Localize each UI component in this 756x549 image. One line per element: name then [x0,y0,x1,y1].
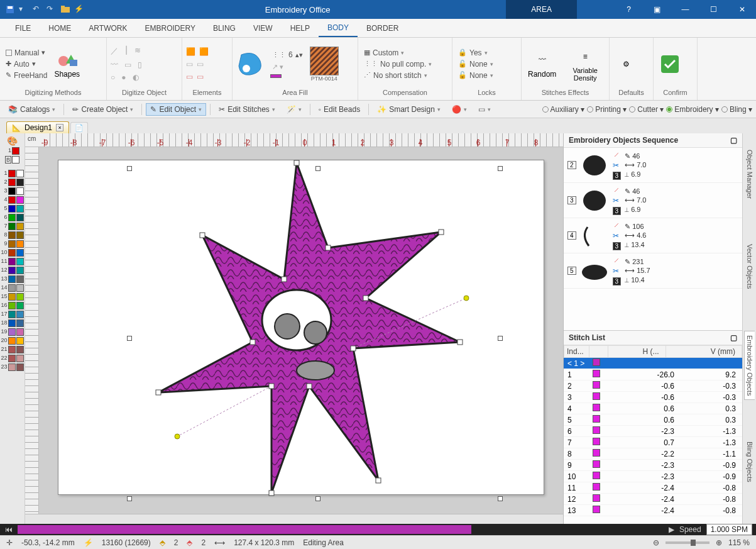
lock-yes[interactable]: 🔒 Yes [456,48,495,58]
stitch-row[interactable]: 8-2.2-1.1 [564,448,742,460]
pattern-preview[interactable] [310,47,339,75]
sequence-item[interactable]: 2⟋✂3✎ 46⟷ 7.0⟂ 6.9 [564,148,742,183]
speed-value[interactable]: 1.000 SPM [706,524,752,535]
menu-tab-file[interactable]: FILE [6,19,40,37]
sequence-list[interactable]: 2⟋✂3✎ 46⟷ 7.0⟂ 6.93⟋✂3✎ 46⟷ 7.0⟂ 6.94⟋✂3… [564,148,742,330]
menu-tab-body[interactable]: BODY [319,19,358,37]
stitch-row[interactable]: 9-2.3-0.9 [564,460,742,471]
edit-object-button[interactable]: ✎ Edit Object [146,103,206,116]
palette-row[interactable]: 15 [1,293,24,301]
palette-row[interactable]: 22 [1,355,24,362]
elem3-icon[interactable]: ▭ [186,60,193,69]
sequence-item[interactable]: 3⟋✂3✎ 46⟷ 7.0⟂ 6.9 [564,183,742,218]
smart-design-button[interactable]: ✨ Smart Design [373,103,445,116]
horizontal-scrollbar[interactable] [25,514,563,524]
elem1-icon[interactable]: 🟧 [186,47,195,56]
palette-row[interactable]: 11 [1,258,24,265]
side-tab[interactable]: Embroidery Objects [744,331,755,401]
column-icon[interactable]: ⎮ [124,46,128,57]
redo-icon[interactable]: ↷ [47,4,57,14]
confirm-button[interactable] [657,53,682,75]
side-tab[interactable]: Vector Objects [745,240,755,293]
aux-toggle[interactable]: Auxiliary ▾ [542,105,585,114]
menu-tab-view[interactable]: VIEW [244,19,282,37]
palette-row[interactable]: 14 [1,284,24,292]
minimize-button[interactable]: — [671,0,699,19]
embroidery-object-star[interactable] [114,153,479,506]
menu-tab-home[interactable]: HOME [40,19,80,37]
fill-preview[interactable] [236,50,265,79]
zoom-in-icon[interactable]: ⊕ [716,538,722,547]
save-icon[interactable] [5,4,15,14]
palette-row[interactable]: 1 [1,170,24,177]
selection-handle[interactable] [498,166,503,171]
pull-dropdown[interactable]: ⋮⋮ No pull comp. [362,59,434,69]
shapes-button[interactable]: Shapes [52,48,82,80]
stitch-row[interactable]: 70.7-1.3 [564,437,742,448]
side-tab[interactable]: Object Manager [745,146,755,202]
palette-row[interactable]: 17 [1,311,24,318]
stitch-row[interactable]: 2-0.6-0.3 [564,380,742,392]
new-tab-button[interactable]: 📄 [70,122,88,133]
stitch-row[interactable]: 3-0.6-0.3 [564,392,742,403]
menu-tab-bling[interactable]: BLING [204,19,244,37]
edit-stitches-button[interactable]: ✂ Edit Stitches [214,103,280,116]
path-icon[interactable]: ／ [111,46,118,57]
edit-beads-button[interactable]: ◦ Edit Beads [314,103,364,116]
palette-icon[interactable]: 🎨 [7,136,18,146]
context-tab[interactable]: AREA [506,0,577,19]
elem6-icon[interactable]: ▭ [197,72,204,81]
random-button[interactable]: 〰Random [525,48,559,80]
canvas[interactable] [39,147,563,514]
stitch-row[interactable]: < 1 > [564,358,742,369]
defaults-button[interactable]: ⚙ [613,53,638,75]
side-tab[interactable]: Bling Objects [745,438,755,486]
stitch-table-body[interactable]: < 1 >1-26.09.22-0.6-0.33-0.6-0.340.60.35… [564,358,742,516]
selection-handle[interactable] [498,336,503,341]
cutter-toggle[interactable]: Cutter ▾ [629,105,664,114]
palette-row[interactable]: 6 [1,214,24,221]
bling-toggle[interactable]: Bling ▾ [721,105,752,114]
manual-button[interactable]: Manual ▾ [4,48,49,58]
elem2-icon[interactable]: 🟧 [199,47,209,56]
close-tab-icon[interactable]: × [56,124,63,131]
stitch-row[interactable]: 40.60.3 [564,403,742,414]
stitch-row[interactable]: 13-2.4-0.8 [564,505,742,516]
freehand-button[interactable]: ✎ FreeHand [4,70,49,80]
zoom-out-icon[interactable]: ⊖ [653,538,659,547]
fill-density[interactable]: ⋮⋮ 6 ▴▾ [270,50,305,60]
lock-none2[interactable]: 🔓 None [456,70,495,80]
density-button[interactable]: ≡Variable Density [565,45,605,83]
rewind-icon[interactable]: ⏮ [0,525,18,534]
palette-row[interactable]: 4 [1,196,24,204]
help-icon[interactable]: ? [615,0,643,19]
palette-row[interactable]: 8 [1,231,24,239]
play-icon[interactable]: ▶ [669,525,674,534]
palette-row[interactable]: 21 [1,346,24,353]
menu-tab-help[interactable]: HELP [282,19,319,37]
palette-row[interactable]: 20 [1,337,24,345]
elem4-icon[interactable]: ▭ [197,60,204,69]
column2-icon[interactable]: ▭ [124,60,131,69]
fill-angle[interactable]: ↗ ▾ [270,62,305,72]
palette-row[interactable]: 16 [1,302,24,309]
path2-icon[interactable]: 〰 [111,60,118,69]
ribbon-toggle-icon[interactable]: ▣ [643,0,671,19]
collapse-icon[interactable]: ▢ [730,136,737,145]
lock-none1[interactable]: 🔓 None [456,59,495,69]
catalogs-button[interactable]: 📚 Catalogs [4,103,60,116]
palette-row[interactable]: 10 [1,249,24,257]
palette-row[interactable]: 13 [1,275,24,283]
outline-icon[interactable]: ○ [111,73,115,82]
wand-button[interactable]: 🪄 [282,103,306,116]
chevron-down-icon[interactable]: ▾ [19,4,29,14]
doc-tab[interactable]: 📐 Design1× [6,121,69,133]
maximize-button[interactable]: ☐ [699,0,728,19]
stitch-player[interactable]: ⏮ ▶ Speed 1.000 SPM [0,524,756,535]
short-dropdown[interactable]: ⋰ No short stitch [362,70,434,80]
create-object-button[interactable]: ✏ Create Object [68,103,138,116]
auto-button[interactable]: ✚ Auto ▾ [4,59,49,69]
custom-dropdown[interactable]: ▦ Custom [362,48,434,58]
palette-row[interactable]: 3 [1,187,24,195]
menu-tab-embroidery[interactable]: EMBROIDERY [136,19,204,37]
